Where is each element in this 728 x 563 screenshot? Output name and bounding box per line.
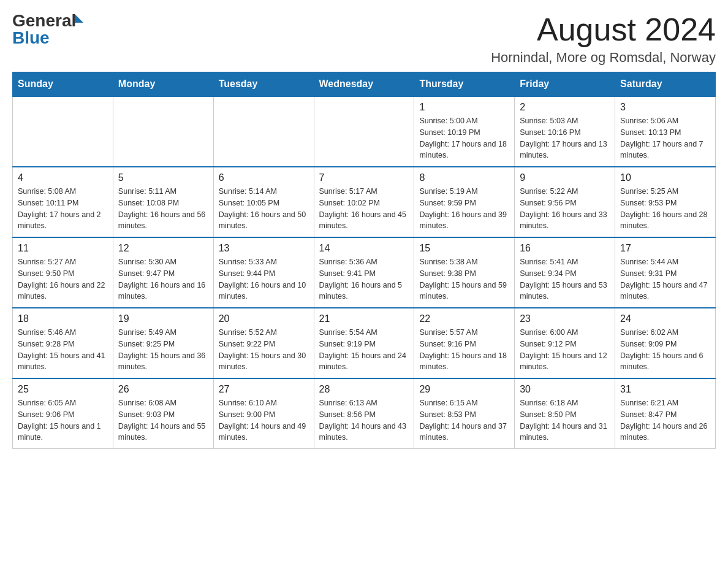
calendar-cell: 13Sunrise: 5:33 AM Sunset: 9:44 PM Dayli… bbox=[213, 237, 314, 308]
calendar-cell bbox=[314, 96, 414, 167]
calendar-cell: 15Sunrise: 5:38 AM Sunset: 9:38 PM Dayli… bbox=[414, 237, 515, 308]
day-info: Sunrise: 5:57 AM Sunset: 9:16 PM Dayligh… bbox=[419, 327, 509, 373]
calendar-cell: 3Sunrise: 5:06 AM Sunset: 10:13 PM Dayli… bbox=[615, 96, 716, 167]
day-number: 1 bbox=[419, 102, 509, 113]
day-number: 17 bbox=[620, 243, 710, 254]
calendar-cell: 11Sunrise: 5:27 AM Sunset: 9:50 PM Dayli… bbox=[13, 237, 113, 308]
day-number: 10 bbox=[620, 172, 710, 183]
calendar-cell: 1Sunrise: 5:00 AM Sunset: 10:19 PM Dayli… bbox=[414, 96, 515, 167]
day-info: Sunrise: 6:15 AM Sunset: 8:53 PM Dayligh… bbox=[419, 397, 509, 443]
day-number: 22 bbox=[419, 313, 509, 324]
calendar-cell: 10Sunrise: 5:25 AM Sunset: 9:53 PM Dayli… bbox=[615, 167, 716, 237]
calendar-cell: 12Sunrise: 5:30 AM Sunset: 9:47 PM Dayli… bbox=[113, 237, 213, 308]
day-info: Sunrise: 5:41 AM Sunset: 9:34 PM Dayligh… bbox=[520, 256, 610, 302]
day-number: 15 bbox=[419, 243, 509, 254]
day-info: Sunrise: 6:18 AM Sunset: 8:50 PM Dayligh… bbox=[520, 397, 610, 443]
day-info: Sunrise: 5:44 AM Sunset: 9:31 PM Dayligh… bbox=[620, 256, 710, 302]
day-info: Sunrise: 6:02 AM Sunset: 9:09 PM Dayligh… bbox=[620, 327, 710, 373]
day-info: Sunrise: 5:14 AM Sunset: 10:05 PM Daylig… bbox=[219, 186, 309, 232]
day-info: Sunrise: 5:33 AM Sunset: 9:44 PM Dayligh… bbox=[219, 256, 309, 302]
calendar-cell: 21Sunrise: 5:54 AM Sunset: 9:19 PM Dayli… bbox=[314, 308, 414, 378]
day-info: Sunrise: 5:17 AM Sunset: 10:02 PM Daylig… bbox=[319, 186, 409, 232]
day-info: Sunrise: 5:30 AM Sunset: 9:47 PM Dayligh… bbox=[118, 256, 208, 302]
day-number: 30 bbox=[520, 384, 610, 395]
day-info: Sunrise: 5:19 AM Sunset: 9:59 PM Dayligh… bbox=[419, 186, 509, 232]
day-info: Sunrise: 5:49 AM Sunset: 9:25 PM Dayligh… bbox=[118, 327, 208, 373]
day-info: Sunrise: 5:36 AM Sunset: 9:41 PM Dayligh… bbox=[319, 256, 409, 302]
calendar-header-friday: Friday bbox=[515, 72, 615, 97]
calendar-cell: 23Sunrise: 6:00 AM Sunset: 9:12 PM Dayli… bbox=[515, 308, 615, 378]
calendar-cell: 30Sunrise: 6:18 AM Sunset: 8:50 PM Dayli… bbox=[515, 378, 615, 449]
calendar-cell: 19Sunrise: 5:49 AM Sunset: 9:25 PM Dayli… bbox=[113, 308, 213, 378]
day-number: 3 bbox=[620, 102, 710, 113]
day-number: 5 bbox=[118, 172, 208, 183]
day-number: 18 bbox=[18, 313, 108, 324]
calendar-cell: 18Sunrise: 5:46 AM Sunset: 9:28 PM Dayli… bbox=[13, 308, 113, 378]
calendar-header-sunday: Sunday bbox=[13, 72, 113, 97]
day-info: Sunrise: 5:27 AM Sunset: 9:50 PM Dayligh… bbox=[18, 256, 108, 302]
logo-triangle-icon bbox=[75, 14, 83, 23]
day-number: 8 bbox=[419, 172, 509, 183]
calendar-cell: 2Sunrise: 5:03 AM Sunset: 10:16 PM Dayli… bbox=[515, 96, 615, 167]
calendar-cell: 16Sunrise: 5:41 AM Sunset: 9:34 PM Dayli… bbox=[515, 237, 615, 308]
title-area: August 2024 Hornindal, More og Romsdal, … bbox=[491, 12, 716, 66]
calendar-cell: 29Sunrise: 6:15 AM Sunset: 8:53 PM Dayli… bbox=[414, 378, 515, 449]
day-info: Sunrise: 6:21 AM Sunset: 8:47 PM Dayligh… bbox=[620, 397, 710, 443]
location-subtitle: Hornindal, More og Romsdal, Norway bbox=[491, 50, 716, 66]
day-info: Sunrise: 5:00 AM Sunset: 10:19 PM Daylig… bbox=[419, 115, 509, 161]
calendar-header-monday: Monday bbox=[113, 72, 213, 97]
day-number: 6 bbox=[219, 172, 309, 183]
calendar-header-saturday: Saturday bbox=[615, 72, 716, 97]
day-number: 11 bbox=[18, 243, 108, 254]
calendar-cell: 5Sunrise: 5:11 AM Sunset: 10:08 PM Dayli… bbox=[113, 167, 213, 237]
day-info: Sunrise: 5:38 AM Sunset: 9:38 PM Dayligh… bbox=[419, 256, 509, 302]
calendar-cell: 27Sunrise: 6:10 AM Sunset: 9:00 PM Dayli… bbox=[213, 378, 314, 449]
day-info: Sunrise: 5:52 AM Sunset: 9:22 PM Dayligh… bbox=[219, 327, 309, 373]
calendar-header-row: SundayMondayTuesdayWednesdayThursdayFrid… bbox=[13, 72, 716, 97]
day-info: Sunrise: 5:03 AM Sunset: 10:16 PM Daylig… bbox=[520, 115, 610, 161]
calendar-cell: 26Sunrise: 6:08 AM Sunset: 9:03 PM Dayli… bbox=[113, 378, 213, 449]
day-info: Sunrise: 5:54 AM Sunset: 9:19 PM Dayligh… bbox=[319, 327, 409, 373]
day-info: Sunrise: 6:00 AM Sunset: 9:12 PM Dayligh… bbox=[520, 327, 610, 373]
calendar-cell: 7Sunrise: 5:17 AM Sunset: 10:02 PM Dayli… bbox=[314, 167, 414, 237]
day-number: 2 bbox=[520, 102, 610, 113]
day-info: Sunrise: 5:22 AM Sunset: 9:56 PM Dayligh… bbox=[520, 186, 610, 232]
calendar-cell: 20Sunrise: 5:52 AM Sunset: 9:22 PM Dayli… bbox=[213, 308, 314, 378]
day-number: 12 bbox=[118, 243, 208, 254]
day-info: Sunrise: 5:25 AM Sunset: 9:53 PM Dayligh… bbox=[620, 186, 710, 232]
day-number: 31 bbox=[620, 384, 710, 395]
day-info: Sunrise: 5:11 AM Sunset: 10:08 PM Daylig… bbox=[118, 186, 208, 232]
day-number: 7 bbox=[319, 172, 409, 183]
day-info: Sunrise: 6:05 AM Sunset: 9:06 PM Dayligh… bbox=[18, 397, 108, 443]
calendar-week-row: 25Sunrise: 6:05 AM Sunset: 9:06 PM Dayli… bbox=[13, 378, 716, 449]
calendar-cell: 8Sunrise: 5:19 AM Sunset: 9:59 PM Daylig… bbox=[414, 167, 515, 237]
calendar-cell: 31Sunrise: 6:21 AM Sunset: 8:47 PM Dayli… bbox=[615, 378, 716, 449]
calendar-cell: 9Sunrise: 5:22 AM Sunset: 9:56 PM Daylig… bbox=[515, 167, 615, 237]
calendar-header-tuesday: Tuesday bbox=[213, 72, 314, 97]
day-number: 23 bbox=[520, 313, 610, 324]
logo-general-text: General bbox=[12, 12, 76, 29]
calendar-header-wednesday: Wednesday bbox=[314, 72, 414, 97]
day-number: 29 bbox=[419, 384, 509, 395]
calendar-table: SundayMondayTuesdayWednesdayThursdayFrid… bbox=[12, 72, 716, 449]
calendar-cell: 17Sunrise: 5:44 AM Sunset: 9:31 PM Dayli… bbox=[615, 237, 716, 308]
calendar-week-row: 1Sunrise: 5:00 AM Sunset: 10:19 PM Dayli… bbox=[13, 96, 716, 167]
calendar-cell bbox=[13, 96, 113, 167]
day-number: 27 bbox=[219, 384, 309, 395]
day-number: 20 bbox=[219, 313, 309, 324]
calendar-week-row: 4Sunrise: 5:08 AM Sunset: 10:11 PM Dayli… bbox=[13, 167, 716, 237]
page-header: General Blue August 2024 Hornindal, More… bbox=[12, 12, 716, 66]
day-info: Sunrise: 6:10 AM Sunset: 9:00 PM Dayligh… bbox=[219, 397, 309, 443]
day-number: 25 bbox=[18, 384, 108, 395]
day-info: Sunrise: 5:06 AM Sunset: 10:13 PM Daylig… bbox=[620, 115, 710, 161]
calendar-week-row: 11Sunrise: 5:27 AM Sunset: 9:50 PM Dayli… bbox=[13, 237, 716, 308]
calendar-cell: 24Sunrise: 6:02 AM Sunset: 9:09 PM Dayli… bbox=[615, 308, 716, 378]
day-number: 24 bbox=[620, 313, 710, 324]
calendar-cell: 22Sunrise: 5:57 AM Sunset: 9:16 PM Dayli… bbox=[414, 308, 515, 378]
day-number: 26 bbox=[118, 384, 208, 395]
calendar-cell: 6Sunrise: 5:14 AM Sunset: 10:05 PM Dayli… bbox=[213, 167, 314, 237]
day-number: 16 bbox=[520, 243, 610, 254]
day-info: Sunrise: 6:08 AM Sunset: 9:03 PM Dayligh… bbox=[118, 397, 208, 443]
logo-blue-text: Blue bbox=[12, 29, 83, 47]
month-year-title: August 2024 bbox=[491, 12, 716, 47]
